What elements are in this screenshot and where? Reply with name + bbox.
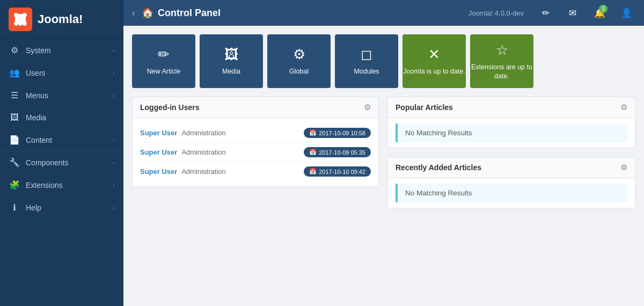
page-title: Control Panel: [158, 8, 469, 19]
sidebar-item-users[interactable]: 👥 Users ›: [0, 62, 123, 84]
calendar-icon: 📅: [309, 129, 317, 136]
sidebar: Joomla! ⚙ System › 👥 Users › ☰ Menus › 🖼…: [0, 0, 123, 306]
calendar-icon: 📅: [309, 168, 317, 175]
user-role-1: Administration: [181, 148, 304, 156]
sidebar-item-content[interactable]: 📄 Content ›: [0, 129, 123, 151]
arrow-icon: ›: [113, 137, 115, 143]
popular-no-results: No Matching Results: [396, 123, 627, 142]
user-button[interactable]: 👤: [617, 4, 635, 22]
logged-in-panel-body: Super User Administration 📅 2017-10-09 1…: [133, 118, 378, 186]
mail-icon-button[interactable]: ✉: [564, 4, 582, 22]
logged-in-panel: Logged-in Users ⚙ Super User Administrat…: [132, 97, 379, 187]
quick-tiles: ✏ New Article 🖼 Media ⚙ Global ◻ Modules…: [132, 34, 635, 88]
user-role-2: Administration: [181, 167, 304, 176]
user-name-2[interactable]: Super User: [140, 167, 177, 176]
sidebar-item-system[interactable]: ⚙ System ›: [0, 39, 123, 62]
tile-media[interactable]: 🖼 Media: [200, 34, 263, 88]
arrow-icon: ›: [113, 70, 115, 76]
tile-global-label: Global: [289, 67, 309, 76]
help-icon: ℹ: [9, 202, 20, 213]
recently-added-panel: Recently Added Articles ⚙ No Matching Re…: [387, 157, 635, 208]
arrow-icon: ›: [113, 182, 115, 188]
sidebar-item-components[interactable]: 🔧 Components ›: [0, 151, 123, 174]
popular-articles-body: No Matching Results: [388, 118, 635, 148]
recently-added-no-results: No Matching Results: [396, 184, 627, 202]
global-tile-icon: ⚙: [293, 46, 305, 63]
extensions-update-icon: ☆: [496, 42, 508, 59]
tile-extensions-update[interactable]: ☆ Extensions are up to date.: [470, 34, 533, 88]
notification-badge: 3: [599, 5, 608, 13]
main-content: ‹ 🏠 Control Panel Joomla! 4.0.0-dev ✏ ✉ …: [123, 0, 644, 306]
tile-media-label: Media: [222, 67, 240, 76]
recently-added-settings-icon[interactable]: ⚙: [620, 163, 627, 172]
calendar-icon: 📅: [309, 149, 317, 156]
sidebar-item-help[interactable]: ℹ Help ›: [0, 196, 123, 219]
popular-articles-header: Popular Articles ⚙: [388, 97, 635, 118]
user-date-badge-2: 📅 2017-10-10 09:42: [304, 166, 371, 177]
logged-in-panel-header: Logged-in Users ⚙: [133, 97, 378, 118]
tile-modules[interactable]: ◻ Modules: [335, 34, 398, 88]
recently-added-title: Recently Added Articles: [396, 163, 620, 172]
home-icon: 🏠: [142, 7, 153, 19]
logo-text: Joomla!: [38, 12, 83, 26]
tile-new-article-label: New Article: [147, 67, 181, 76]
sidebar-item-menus[interactable]: ☰ Menus ›: [0, 84, 123, 107]
tile-global[interactable]: ⚙ Global: [267, 34, 331, 88]
table-row: Super User Administration 📅 2017-10-09 1…: [140, 123, 371, 143]
recently-added-body: No Matching Results: [388, 178, 635, 208]
logged-in-settings-icon[interactable]: ⚙: [364, 103, 371, 112]
sidebar-item-media[interactable]: 🖼 Media: [0, 107, 123, 129]
media-icon: 🖼: [9, 113, 20, 122]
sidebar-item-extensions[interactable]: 🧩 Extensions ›: [0, 174, 123, 196]
version-label: Joomla! 4.0.0-dev: [469, 9, 524, 17]
tile-modules-label: Modules: [354, 67, 379, 76]
content-area: ✏ New Article 🖼 Media ⚙ Global ◻ Modules…: [123, 26, 644, 306]
system-icon: ⚙: [9, 45, 20, 55]
right-column: Popular Articles ⚙ No Matching Results R…: [387, 97, 635, 217]
user-date-badge-1: 📅 2017-10-09 05:35: [304, 147, 371, 157]
logged-in-panel-title: Logged-in Users: [140, 103, 364, 112]
recently-added-header: Recently Added Articles ⚙: [388, 157, 635, 178]
menus-icon: ☰: [9, 90, 20, 100]
components-icon: 🔧: [9, 157, 20, 167]
popular-articles-panel: Popular Articles ⚙ No Matching Results: [387, 97, 635, 148]
popular-articles-settings-icon[interactable]: ⚙: [620, 103, 627, 112]
arrow-icon: ›: [113, 205, 115, 211]
table-row: Super User Administration 📅 2017-10-09 0…: [140, 143, 371, 162]
arrow-icon: ›: [113, 92, 115, 99]
media-tile-icon: 🖼: [224, 46, 238, 63]
logo-area: Joomla!: [0, 0, 123, 39]
topbar: ‹ 🏠 Control Panel Joomla! 4.0.0-dev ✏ ✉ …: [123, 0, 644, 26]
popular-articles-title: Popular Articles: [396, 103, 620, 112]
new-article-icon: ✏: [158, 46, 170, 63]
tile-new-article[interactable]: ✏ New Article: [132, 34, 195, 88]
notifications-button[interactable]: 🔔 3: [590, 4, 609, 22]
arrow-icon: ›: [113, 47, 115, 54]
user-date-badge-0: 📅 2017-10-09 10:58: [304, 128, 371, 138]
content-icon: 📄: [9, 135, 20, 145]
table-row: Super User Administration 📅 2017-10-10 0…: [140, 162, 371, 181]
user-role-0: Administration: [181, 129, 304, 137]
left-column: Logged-in Users ⚙ Super User Administrat…: [132, 97, 379, 217]
topbar-actions: Joomla! 4.0.0-dev ✏ ✉ 🔔 3 👤: [469, 4, 635, 22]
users-icon: 👥: [9, 68, 20, 78]
arrow-icon: ›: [113, 159, 115, 166]
back-button[interactable]: ‹: [132, 8, 135, 19]
tile-joomla-update[interactable]: ✕ Joomla is up to date.: [402, 34, 466, 88]
user-name-0[interactable]: Super User: [140, 129, 177, 137]
joomla-logo: [9, 8, 32, 31]
extensions-icon: 🧩: [9, 180, 20, 190]
modules-tile-icon: ◻: [361, 46, 372, 63]
joomla-update-icon: ✕: [428, 46, 440, 63]
tile-joomla-update-label: Joomla is up to date.: [403, 67, 465, 76]
edit-icon-button[interactable]: ✏: [537, 4, 555, 22]
user-name-1[interactable]: Super User: [140, 148, 177, 156]
dashboard-columns: Logged-in Users ⚙ Super User Administrat…: [132, 97, 635, 217]
tile-extensions-update-label: Extensions are up to date.: [470, 63, 533, 81]
